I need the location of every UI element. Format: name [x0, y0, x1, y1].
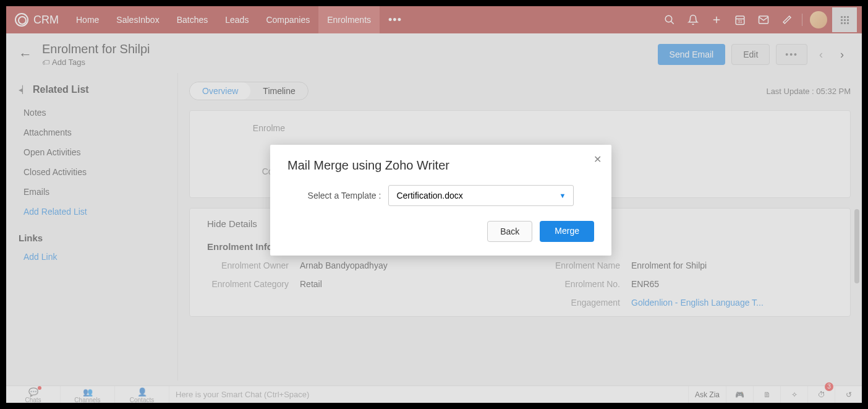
back-button[interactable]: Back — [487, 221, 532, 242]
merge-button[interactable]: Merge — [540, 221, 594, 242]
caret-down-icon: ▼ — [560, 192, 566, 199]
close-icon[interactable]: ✕ — [594, 153, 602, 165]
template-select[interactable]: Certification.docx ▼ — [388, 185, 574, 206]
modal-title: Mail Merge using Zoho Writer — [287, 158, 594, 173]
template-label: Select a Template : — [308, 191, 381, 200]
mail-merge-modal: ✕ Mail Merge using Zoho Writer Select a … — [270, 145, 611, 256]
template-value: Certification.docx — [396, 191, 462, 200]
